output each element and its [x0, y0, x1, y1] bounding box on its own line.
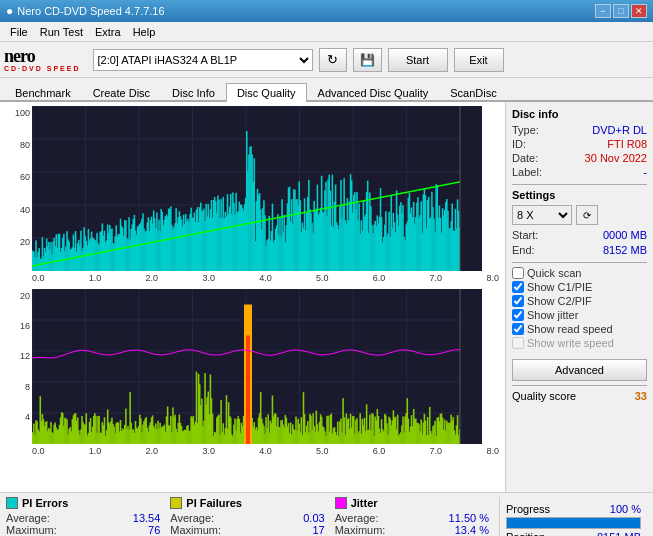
pif-max-value: 17	[275, 524, 325, 536]
pi-failures-stats: Average: 0.03 Maximum: 17 Total: 7167	[170, 512, 324, 536]
c2-pif-label[interactable]: Show C2/PIF	[527, 295, 592, 307]
jitter-group: Jitter Average: 11.50 % Maximum: 13.4 % …	[335, 497, 489, 536]
jitter-title: Jitter	[351, 497, 378, 509]
y-right-24: 24	[479, 108, 501, 117]
quality-score-row: Quality score 33	[512, 390, 647, 402]
x-bot-6: 6.0	[373, 446, 386, 456]
quality-score-label: Quality score	[512, 390, 576, 402]
start-label: Start:	[512, 229, 538, 241]
y-right-16: 16	[479, 169, 501, 178]
disc-id-label: ID:	[512, 138, 526, 150]
side-panel: Disc info Type: DVD+R DL ID: FTI R08 Dat…	[505, 102, 653, 492]
start-button[interactable]: Start	[388, 48, 448, 72]
x-bot-2: 2.0	[146, 446, 159, 456]
jitter-header: Jitter	[335, 497, 489, 509]
jitter-checkbox[interactable]	[512, 309, 524, 321]
pi-errors-group: PI Errors Average: 13.54 Maximum: 76 Tot…	[6, 497, 160, 536]
position-label: Position	[506, 531, 545, 536]
progress-label: Progress	[506, 503, 550, 515]
tab-advanced-disc-quality[interactable]: Advanced Disc Quality	[307, 83, 440, 102]
drive-select[interactable]: [2:0] ATAPI iHAS324 A BL1P	[93, 49, 313, 71]
quick-scan-row: Quick scan	[512, 267, 647, 279]
disc-type-value: DVD+R DL	[592, 124, 647, 136]
y-right-20: 20	[479, 138, 501, 147]
nero-logo: nero CD·DVD SPEED	[4, 47, 81, 72]
pi-failures-title: PI Failures	[186, 497, 242, 509]
pif-max: Maximum: 17	[170, 524, 324, 536]
y-right-bot-12: 12	[479, 362, 501, 371]
x-bot-1: 1.0	[89, 446, 102, 456]
progress-value: 100 %	[610, 503, 641, 515]
x-bot-8: 8.0	[486, 446, 499, 456]
pi-errors-header: PI Errors	[6, 497, 160, 509]
y-bot-label-4: 4	[25, 412, 30, 422]
top-chart	[32, 106, 482, 271]
tab-scan-disc[interactable]: ScanDisc	[439, 83, 507, 102]
y-top-label-80: 80	[20, 140, 30, 150]
y-right-8: 8	[479, 230, 501, 239]
pi-max-value: 76	[110, 524, 160, 536]
disc-type-label: Type:	[512, 124, 539, 136]
tab-create-disc[interactable]: Create Disc	[82, 83, 161, 102]
jitter-max: Maximum: 13.4 %	[335, 524, 489, 536]
jitter-avg-value: 11.50 %	[439, 512, 489, 524]
tab-disc-info[interactable]: Disc Info	[161, 83, 226, 102]
pi-max-label: Maximum:	[6, 524, 57, 536]
advanced-button[interactable]: Advanced	[512, 359, 647, 381]
jitter-label[interactable]: Show jitter	[527, 309, 578, 321]
y-right-bot-16: 16	[479, 327, 501, 336]
refresh-button[interactable]: ↻	[319, 48, 347, 72]
maximize-button[interactable]: □	[613, 4, 629, 18]
y-right-top: 24 20 16 12 8 4	[479, 106, 501, 271]
progress-section: Progress 100 % Position 8151 MB Speed 3.…	[499, 497, 647, 536]
speed-row: 8 X 4 X 2 X MAX ⟳	[512, 205, 647, 225]
jitter-stats: Average: 11.50 % Maximum: 13.4 % PO fail…	[335, 512, 489, 536]
chart-area: 100 80 60 40 20 24 20 16 12 8	[0, 102, 505, 492]
toolbar: nero CD·DVD SPEED [2:0] ATAPI iHAS324 A …	[0, 42, 653, 78]
menu-help[interactable]: Help	[127, 24, 162, 40]
end-row: End: 8152 MB	[512, 244, 647, 256]
disc-label-row: Label: -	[512, 166, 647, 178]
write-speed-label: Show write speed	[527, 337, 614, 349]
write-speed-checkbox	[512, 337, 524, 349]
x-axis-bottom: 0.0 1.0 2.0 3.0 4.0 5.0 6.0 7.0 8.0	[4, 444, 501, 458]
quick-scan-label[interactable]: Quick scan	[527, 267, 581, 279]
c2-pif-row: Show C2/PIF	[512, 295, 647, 307]
y-bot-label-20: 20	[20, 291, 30, 301]
quick-scan-checkbox[interactable]	[512, 267, 524, 279]
c1-pie-row: Show C1/PIE	[512, 281, 647, 293]
read-speed-checkbox[interactable]	[512, 323, 524, 335]
pi-failures-group: PI Failures Average: 0.03 Maximum: 17 To…	[170, 497, 324, 536]
pi-failures-color	[170, 497, 182, 509]
y-right-bot-20: 20	[479, 291, 501, 300]
tab-benchmark[interactable]: Benchmark	[4, 83, 82, 102]
progress-bar-outer	[506, 517, 641, 529]
jitter-row: Show jitter	[512, 309, 647, 321]
c2-pif-checkbox[interactable]	[512, 295, 524, 307]
speed-icon-button[interactable]: ⟳	[576, 205, 598, 225]
read-speed-label[interactable]: Show read speed	[527, 323, 613, 335]
pif-avg-label: Average:	[170, 512, 214, 524]
menu-file[interactable]: File	[4, 24, 34, 40]
tabs: Benchmark Create Disc Disc Info Disc Qua…	[0, 78, 653, 102]
close-button[interactable]: ✕	[631, 4, 647, 18]
pi-errors-title: PI Errors	[22, 497, 68, 509]
speed-select[interactable]: 8 X 4 X 2 X MAX	[512, 205, 572, 225]
exit-button[interactable]: Exit	[454, 48, 504, 72]
progress-row: Progress 100 %	[506, 503, 641, 515]
disc-info-title: Disc info	[512, 108, 647, 120]
c1-pie-checkbox[interactable]	[512, 281, 524, 293]
x-8: 8.0	[486, 273, 499, 283]
save-button[interactable]: 💾	[353, 48, 382, 72]
y-bot-label-12: 12	[20, 351, 30, 361]
menu-extra[interactable]: Extra	[89, 24, 127, 40]
minimize-button[interactable]: −	[595, 4, 611, 18]
menu-bar: File Run Test Extra Help	[0, 22, 653, 42]
position-value: 8151 MB	[597, 531, 641, 536]
pif-max-label: Maximum:	[170, 524, 221, 536]
c1-pie-label[interactable]: Show C1/PIE	[527, 281, 592, 293]
pif-avg: Average: 0.03	[170, 512, 324, 524]
tab-disc-quality[interactable]: Disc Quality	[226, 83, 307, 102]
menu-run-test[interactable]: Run Test	[34, 24, 89, 40]
disc-id-value: FTI R08	[607, 138, 647, 150]
